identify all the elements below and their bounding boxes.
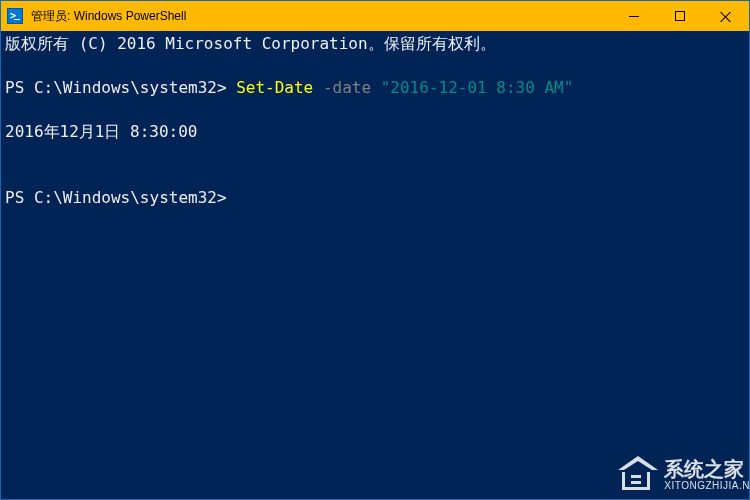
command-param: -date: [323, 78, 371, 97]
powershell-icon: [7, 8, 23, 24]
titlebar[interactable]: 管理员: Windows PowerShell: [1, 1, 749, 31]
copyright-line: 版权所有 (C) 2016 Microsoft Corporation。保留所有…: [5, 34, 496, 53]
command-output: 2016年12月1日 8:30:00: [5, 122, 198, 141]
minimize-button[interactable]: [611, 1, 657, 31]
command-arg: "2016-12-01 8:30 AM": [381, 78, 574, 97]
close-icon: [720, 10, 732, 22]
command-name: Set-Date: [236, 78, 313, 97]
window-controls: [611, 1, 749, 31]
powershell-window: 管理员: Windows PowerShell 版权所有 (C) 2016 Mi…: [0, 0, 750, 500]
close-button[interactable]: [703, 1, 749, 31]
maximize-icon: [675, 11, 685, 21]
prompt-path-2: PS C:\Windows\system32>: [5, 188, 227, 207]
maximize-button[interactable]: [657, 1, 703, 31]
window-title: 管理员: Windows PowerShell: [31, 8, 611, 25]
minimize-icon: [629, 16, 639, 17]
prompt-path: PS C:\Windows\system32>: [5, 78, 236, 97]
terminal-area[interactable]: 版权所有 (C) 2016 Microsoft Corporation。保留所有…: [1, 31, 749, 499]
